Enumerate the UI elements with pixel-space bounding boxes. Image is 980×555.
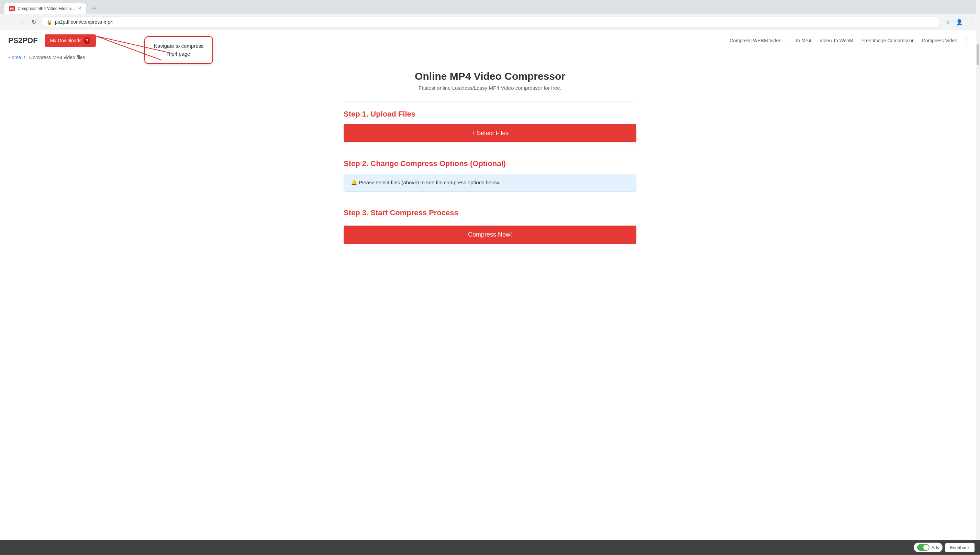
bookmark-button[interactable]: ☆ (943, 17, 953, 27)
page-header: PS2PDF My Downloads ? Compress WEBM Vide… (0, 30, 980, 51)
scrollbar[interactable] (976, 0, 980, 258)
breadcrumb: Home / Compress MP4 video files. (0, 51, 980, 64)
breadcrumb-separator: / (24, 55, 25, 60)
divider-3 (344, 200, 636, 200)
step2-title: Step 2. Change Compress Options (Optiona… (344, 159, 636, 168)
info-message: 🔔 Please select files (above) to see fil… (351, 180, 500, 186)
browser-titlebar: PS Compress MP4 Video Files online × + (0, 0, 980, 14)
compress-now-button[interactable]: Compress Now! (344, 226, 636, 244)
more-button[interactable]: ⋮ (966, 17, 976, 27)
main-content: Online MP4 Video Compressor Fastest onli… (336, 64, 644, 258)
page-subtitle: Fastest online Loseless/Lossy MP4 Video … (344, 85, 636, 91)
nav-link-video-to-webm[interactable]: Video To WebM (816, 36, 857, 45)
nav-link-to-mp4[interactable]: ... To MP4 (786, 36, 815, 45)
breadcrumb-current: Compress MP4 video files. (29, 55, 86, 60)
page-title: Online MP4 Video Compressor (344, 71, 636, 82)
browser-tab[interactable]: PS Compress MP4 Video Files online × (4, 3, 86, 14)
site-logo[interactable]: PS2PDF (8, 36, 38, 45)
nav-link-compress-video[interactable]: Compress Video (919, 36, 961, 45)
browser-toolbar: ← → ↻ 🔒 ☆ 👤 ⋮ (0, 14, 980, 30)
back-button[interactable]: ← (4, 17, 14, 27)
nav-link-compress-webm[interactable]: Compress WEBM Video (726, 36, 785, 45)
tab-favicon: PS (9, 6, 15, 11)
step3-title: Step 3. Start Compress Process (344, 209, 636, 217)
url-input[interactable] (55, 19, 935, 25)
browser-frame: PS Compress MP4 Video Files online × + ←… (0, 0, 980, 30)
breadcrumb-home-link[interactable]: Home (8, 55, 21, 60)
step1-title: Step 1. Upload Files (344, 110, 636, 119)
scrollbar-thumb[interactable] (977, 44, 979, 65)
account-button[interactable]: 👤 (954, 17, 964, 27)
browser-toolbar-right: ☆ 👤 ⋮ (943, 17, 976, 27)
info-box: 🔔 Please select files (above) to see fil… (344, 174, 636, 191)
nav-link-free-image-compressor[interactable]: Free Image Compressor (858, 36, 917, 45)
nav-more-button[interactable]: ⋮ (962, 35, 972, 46)
forward-button[interactable]: → (16, 17, 26, 27)
nav-links: Compress WEBM Video ... To MP4 Video To … (726, 35, 972, 46)
my-downloads-button[interactable]: My Downloads ? (45, 34, 96, 47)
reload-button[interactable]: ↻ (29, 17, 38, 27)
tab-close-button[interactable]: × (78, 6, 82, 11)
lock-icon: 🔒 (46, 19, 52, 25)
tab-title: Compress MP4 Video Files online (18, 6, 75, 11)
new-tab-button[interactable]: + (90, 3, 99, 14)
my-downloads-badge: ? (83, 37, 90, 44)
select-files-button[interactable]: + Select Files (344, 124, 636, 142)
divider-1 (344, 101, 636, 101)
address-bar[interactable]: 🔒 (41, 16, 940, 28)
divider-2 (344, 151, 636, 151)
